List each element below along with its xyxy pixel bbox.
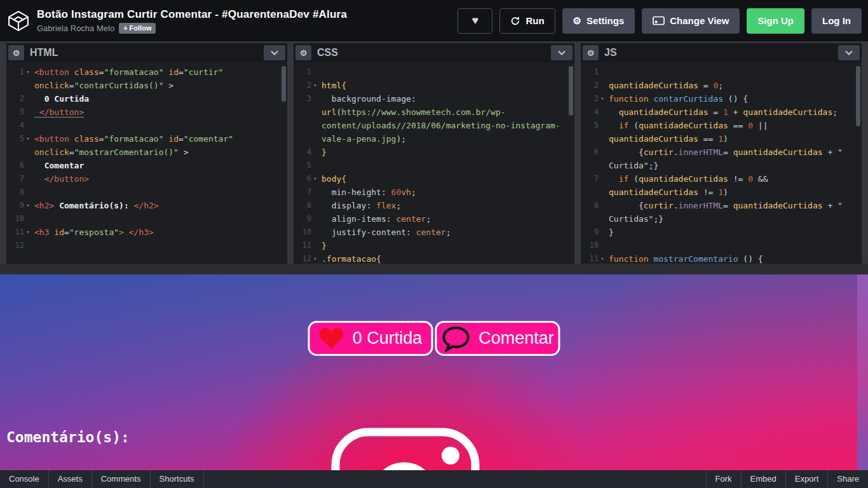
run-button[interactable]: Run bbox=[499, 8, 555, 34]
code-token: ) bbox=[723, 187, 728, 197]
panel-js: ⚙ JS 12quantidadeCurtidas = 0;3▾function… bbox=[581, 43, 862, 264]
line-number: 8 bbox=[6, 186, 24, 199]
comment-button[interactable]: Comentar bbox=[435, 321, 560, 356]
code-line: function contarCurtidas () { bbox=[606, 92, 748, 105]
line-number: 7 bbox=[581, 172, 599, 186]
footer-left-tabs: ConsoleAssetsCommentsShortcuts bbox=[0, 470, 204, 488]
code-line: onclick="contarCurtidas()" > bbox=[32, 79, 173, 92]
codepen-logo-icon[interactable] bbox=[8, 10, 29, 32]
login-button[interactable]: Log In bbox=[811, 8, 862, 34]
code-row: 10 justify-content: center; bbox=[294, 226, 574, 239]
code-row: 2quantidadeCurtidas = 0; bbox=[581, 79, 862, 92]
line-number: 4 bbox=[294, 146, 311, 159]
top-header: Botão Instagram Curtir Comentar - #Quare… bbox=[0, 0, 868, 41]
footer-bar: ConsoleAssetsCommentsShortcuts ForkEmbed… bbox=[0, 470, 868, 488]
fold-arrow-icon[interactable]: ▾ bbox=[24, 132, 32, 146]
fold-gutter bbox=[24, 105, 32, 119]
fold-arrow-icon[interactable]: ▾ bbox=[599, 252, 606, 264]
collapse-css-button[interactable] bbox=[551, 45, 573, 60]
change-view-button[interactable]: Change View bbox=[642, 8, 740, 34]
code-row: 4} bbox=[294, 146, 574, 159]
line-number: 5 bbox=[6, 132, 24, 146]
fold-gutter bbox=[24, 172, 32, 186]
js-editor[interactable]: 12quantidadeCurtidas = 0;3▾function cont… bbox=[581, 62, 862, 264]
line-number: 7 bbox=[294, 186, 311, 199]
footer-tab-fork[interactable]: Fork bbox=[706, 470, 741, 488]
code-token: quantidadeCurtidas bbox=[619, 107, 709, 117]
code-token: min-height bbox=[322, 187, 381, 197]
code-token: ) bbox=[723, 134, 728, 144]
fold-arrow-icon[interactable]: ▾ bbox=[311, 172, 319, 186]
code-row: 7 </button> bbox=[6, 172, 287, 186]
fold-gutter bbox=[311, 119, 319, 132]
footer-tab-comments[interactable]: Comments bbox=[92, 470, 151, 488]
code-token: = bbox=[69, 147, 74, 157]
comment-button-label: Comentar bbox=[478, 329, 554, 348]
author-name[interactable]: Gabriela Rocha Melo bbox=[37, 24, 114, 33]
fold-arrow-icon[interactable]: ▾ bbox=[24, 65, 32, 79]
code-token: } bbox=[322, 241, 327, 250]
line-number: 6 bbox=[6, 159, 24, 172]
scrollbar-thumb[interactable] bbox=[281, 66, 286, 102]
panel-resize-strip[interactable] bbox=[0, 264, 868, 274]
fold-arrow-icon[interactable]: ▾ bbox=[24, 226, 32, 239]
line-number: 4 bbox=[6, 119, 24, 132]
footer-tab-assets[interactable]: Assets bbox=[49, 470, 92, 488]
footer-tab-export[interactable]: Export bbox=[785, 470, 828, 488]
scrollbar-thumb[interactable] bbox=[856, 66, 860, 126]
css-editor[interactable]: 12▾html{3 background-image:url(https://w… bbox=[294, 62, 574, 264]
code-row: 6 {curtir.innerHTML= quantidadeCurtidas … bbox=[581, 146, 862, 159]
run-label: Run bbox=[526, 15, 544, 26]
line-number: 9 bbox=[581, 226, 599, 239]
panel-html: ⚙ HTML 1▾<button class="formatacao" id="… bbox=[6, 43, 287, 264]
fold-gutter bbox=[599, 199, 606, 212]
line-number: 1 bbox=[6, 65, 24, 79]
code-token: { bbox=[341, 174, 346, 184]
background-image-edge bbox=[857, 274, 868, 470]
fold-arrow-icon[interactable]: ▾ bbox=[311, 79, 319, 92]
fold-gutter bbox=[24, 119, 32, 132]
footer-tab-share[interactable]: Share bbox=[827, 470, 868, 488]
code-token: id bbox=[54, 227, 64, 237]
code-line: } bbox=[319, 239, 327, 252]
code-line: align-items: center; bbox=[319, 212, 431, 226]
settings-button[interactable]: ⚙ Settings bbox=[562, 8, 635, 34]
code-row: 9} bbox=[581, 226, 862, 239]
code-token: </h2> bbox=[134, 201, 159, 210]
html-editor[interactable]: 1▾<button class="formatacao" id="curtir"… bbox=[6, 62, 287, 264]
code-token: center bbox=[396, 214, 426, 224]
like-button[interactable]: 0 Curtida bbox=[308, 321, 433, 356]
footer-tab-shortcuts[interactable]: Shortcuts bbox=[151, 470, 204, 488]
gear-icon[interactable]: ⚙ bbox=[583, 45, 599, 60]
code-line: quantidadeCurtidas = 1 + quantidadeCurti… bbox=[606, 105, 837, 119]
code-row: 5▾<button class="formatacao" id="comenta… bbox=[6, 132, 287, 146]
gear-icon[interactable]: ⚙ bbox=[295, 45, 311, 60]
code-token: = bbox=[64, 227, 69, 237]
code-token: != bbox=[728, 174, 748, 184]
footer-tab-embed[interactable]: Embed bbox=[741, 470, 785, 488]
fold-gutter bbox=[311, 146, 319, 159]
scrollbar-thumb[interactable] bbox=[569, 66, 573, 116]
code-token: curtir bbox=[644, 201, 674, 210]
code-token: = bbox=[723, 147, 733, 157]
code-token: </button> bbox=[34, 174, 89, 184]
code-token: || bbox=[753, 121, 768, 130]
code-row: 3▾function contarCurtidas () { bbox=[581, 92, 862, 105]
fold-arrow-icon[interactable]: ▾ bbox=[311, 252, 319, 264]
line-number bbox=[581, 212, 599, 226]
footer-tab-console[interactable]: Console bbox=[0, 470, 49, 488]
code-row: quantidadeCurtidas == 1) bbox=[581, 132, 862, 146]
code-line: background-image: bbox=[319, 92, 416, 105]
collapse-js-button[interactable] bbox=[838, 45, 860, 60]
fold-arrow-icon[interactable]: ▾ bbox=[24, 199, 32, 212]
signup-button[interactable]: Sign Up bbox=[747, 8, 804, 34]
line-number: 3 bbox=[581, 92, 599, 105]
code-token: ; bbox=[446, 227, 451, 237]
love-button[interactable]: ♥ bbox=[458, 8, 492, 34]
gear-icon[interactable]: ⚙ bbox=[8, 45, 24, 60]
code-line: {curtir.innerHTML= quantidadeCurtidas + … bbox=[606, 146, 843, 159]
fold-gutter bbox=[599, 239, 606, 252]
follow-button[interactable]: + Follow bbox=[119, 23, 156, 34]
fold-arrow-icon[interactable]: ▾ bbox=[599, 92, 606, 105]
collapse-html-button[interactable] bbox=[264, 45, 285, 60]
